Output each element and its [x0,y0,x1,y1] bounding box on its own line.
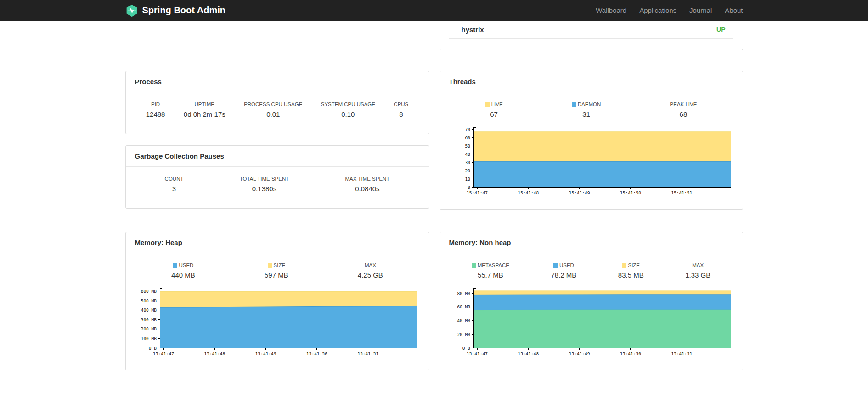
metric-label: USED [171,262,195,268]
metric-used: USED 78.2 MB [551,262,576,279]
svg-text:15:41:47: 15:41:47 [467,351,488,356]
metric-value: 0.1380s [240,185,289,193]
metric-label-text: METASPACE [478,262,509,268]
left-column: Process PID 12488 UPTIME 0d 0h 2m 17s PR… [125,71,429,210]
svg-text:100 MB: 100 MB [141,336,157,341]
gc-panel: Garbage Collection Pauses COUNT 3 TOTAL … [125,145,429,209]
svg-text:60: 60 [465,135,471,140]
row-health: hystrix UP [125,21,743,50]
legend-swatch [472,263,476,268]
metric-label-text: PEAK LIVE [670,102,697,107]
nav-link-journal[interactable]: Journal [683,0,718,21]
svg-text:15:41:50: 15:41:50 [306,351,327,356]
health-row-hystrix: hystrix UP [449,21,733,39]
svg-text:0 B: 0 B [462,346,470,351]
metric-label-text: LIVE [491,102,503,107]
metric-uptime: UPTIME 0d 0h 2m 17s [184,102,225,118]
svg-text:15:41:51: 15:41:51 [357,351,378,356]
metric-value: 1.33 GB [685,271,710,279]
threads-panel: Threads LIVE 67 DAEMON 31 [440,71,743,210]
metric-label-text: DAEMON [578,102,601,107]
health-panel: hystrix UP [440,21,743,50]
metric-value: 68 [670,110,697,118]
svg-text:20 MB: 20 MB [457,332,470,337]
navbar-container: Spring Boot Admin Wallboard Applications… [125,0,743,21]
metric-label: MAX TIME SPENT [345,176,389,182]
metric-value: 0.0840s [345,185,389,193]
svg-text:70: 70 [465,127,471,132]
panel-title: Garbage Collection Pauses [126,146,429,167]
metric-label-text: SIZE [628,262,640,268]
nav-link-about[interactable]: About [718,0,743,21]
svg-text:40 MB: 40 MB [457,318,470,323]
svg-text:15:41:48: 15:41:48 [518,190,539,195]
metric-label-text: MAX [365,262,376,268]
metric-label-text: USED [179,262,193,268]
metric-value: 8 [394,110,408,118]
svg-text:20: 20 [465,168,471,173]
metric-label: SIZE [618,262,644,268]
svg-text:0: 0 [468,185,470,190]
metric-value: 597 MB [265,271,288,279]
metric-label: PID [146,102,165,107]
panel-title: Process [126,71,429,92]
metric-label: PEAK LIVE [670,102,697,107]
panel-title: Memory: Heap [126,232,429,253]
nonheap-memory-panel: Memory: Non heap METASPACE 55.7 MB USED … [440,232,743,370]
metric-label: PROCESS CPU USAGE [244,102,302,107]
svg-text:200 MB: 200 MB [141,326,157,331]
svg-text:400 MB: 400 MB [141,308,157,313]
svg-text:15:41:49: 15:41:49 [255,351,276,356]
svg-text:15:41:50: 15:41:50 [620,351,641,356]
legend-swatch [572,102,576,107]
metric-value: 55.7 MB [472,271,509,279]
svg-text:0 B: 0 B [148,346,156,351]
health-status-badge: UP [716,26,725,33]
metric-label: LIVE [485,102,503,107]
nonheap-metrics: METASPACE 55.7 MB USED 78.2 MB SIZE [440,253,743,279]
metric-label: MAX [685,262,710,268]
row-memory: Memory: Heap USED 440 MB SIZE 597 MB [125,232,743,370]
metric-size: SIZE 597 MB [265,262,288,279]
row-process-threads: Process PID 12488 UPTIME 0d 0h 2m 17s PR… [125,71,743,210]
threads-metrics: LIVE 67 DAEMON 31 PEAK LIVE 6 [440,92,743,118]
metric-label: DAEMON [572,102,601,107]
svg-text:60 MB: 60 MB [457,304,470,309]
metric-label-text: MAX [692,262,704,268]
metric-metaspace: METASPACE 55.7 MB [472,262,509,279]
metric-label-text: USED [559,262,574,268]
metric-daemon: DAEMON 31 [572,102,601,118]
metric-value: 78.2 MB [551,271,576,279]
metric-label: USED [551,262,576,268]
heap-memory-chart: 0 B100 MB200 MB300 MB400 MB500 MB600 MB1… [131,285,423,359]
metric-live: LIVE 67 [485,102,503,118]
svg-text:50: 50 [465,143,471,148]
svg-text:15:41:51: 15:41:51 [671,351,692,356]
nonheap-memory-chart: 0 B20 MB40 MB60 MB80 MB15:41:4715:41:481… [445,285,737,359]
gc-metrics: COUNT 3 TOTAL TIME SPENT 0.1380s MAX TIM… [126,167,429,208]
metric-label: CPUS [394,102,408,107]
svg-text:15:41:47: 15:41:47 [153,351,174,356]
svg-text:40: 40 [465,152,471,157]
metric-value: 440 MB [171,271,195,279]
brand-title: Spring Boot Admin [142,5,225,16]
metric-max: MAX 1.33 GB [685,262,710,279]
metric-used: USED 440 MB [171,262,195,279]
brand-link[interactable]: Spring Boot Admin [125,4,225,17]
metric-value: 31 [572,110,601,118]
metric-value: 0d 0h 2m 17s [184,110,225,118]
metric-value: 12488 [146,110,165,118]
svg-text:15:41:48: 15:41:48 [204,351,225,356]
empty-cell [125,21,429,50]
metric-total-time-spent: TOTAL TIME SPENT 0.1380s [240,176,289,193]
nav-link-wallboard[interactable]: Wallboard [589,0,633,21]
top-navbar: Spring Boot Admin Wallboard Applications… [0,0,868,21]
heap-metrics: USED 440 MB SIZE 597 MB MAX 4 [126,253,429,279]
metric-pid: PID 12488 [146,102,165,118]
svg-text:10: 10 [465,177,471,182]
nav-link-applications[interactable]: Applications [633,0,683,21]
svg-text:15:41:47: 15:41:47 [467,190,488,195]
metric-label: SIZE [265,262,288,268]
metric-max-time-spent: MAX TIME SPENT 0.0840s [345,176,389,193]
legend-swatch [268,263,272,268]
